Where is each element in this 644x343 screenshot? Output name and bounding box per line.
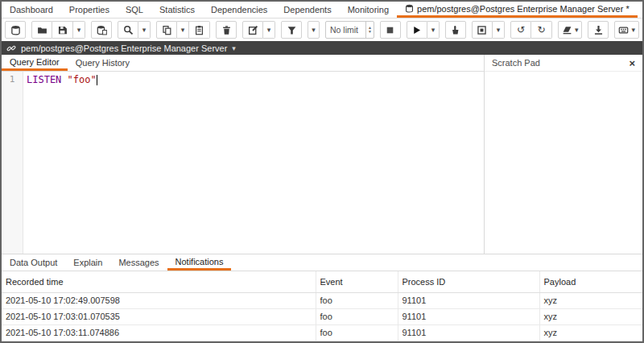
commit-icon: ↺ <box>517 25 525 35</box>
table-row[interactable]: 2021-05-10 17:03:11.074886 foo 91101 xyz <box>2 324 642 341</box>
output-tabs: Data Output Explain Messages Notificatio… <box>2 254 642 271</box>
tab-label: Dashboard <box>10 5 53 14</box>
column-payload[interactable]: Payload <box>539 271 642 292</box>
tab-dashboard[interactable]: Dashboard <box>2 2 61 18</box>
database-save-icon <box>97 25 107 35</box>
tab-query-tool-other[interactable]: pem/postgres... <box>638 2 644 18</box>
cancel-query-button[interactable] <box>380 21 401 39</box>
row-limit-select[interactable]: No limit ▲▼ <box>325 21 374 39</box>
copy-button[interactable] <box>156 21 177 39</box>
copy-icon <box>162 25 172 35</box>
table-row[interactable]: 2021-05-10 17:02:49.007598 foo 91101 xyz <box>2 292 642 308</box>
explain-analyze-button[interactable] <box>472 21 493 39</box>
spinner-icon[interactable]: ▲▼ <box>365 22 374 38</box>
cell-process-id: 91101 <box>398 308 539 324</box>
column-event[interactable]: Event <box>316 271 398 292</box>
save-data-changes-button[interactable] <box>91 21 112 39</box>
tab-messages[interactable]: Messages <box>110 254 167 271</box>
filter-button[interactable] <box>281 21 302 39</box>
edit-options-button[interactable]: ▾ <box>263 21 275 39</box>
folder-open-icon <box>37 25 47 35</box>
cell-process-id: 91101 <box>398 324 539 341</box>
sql-editor[interactable]: 1 LISTEN "foo" <box>2 72 484 254</box>
download-button[interactable] <box>588 21 609 39</box>
cell-recorded-time: 2021-05-10 17:03:11.074886 <box>2 324 316 341</box>
stop-icon <box>385 25 395 35</box>
execute-button[interactable] <box>407 21 427 39</box>
paste-button[interactable] <box>189 21 210 39</box>
save-icon <box>57 25 68 35</box>
tab-explain[interactable]: Explain <box>65 254 110 271</box>
macro-icon <box>618 25 629 35</box>
explain-analyze-icon <box>477 25 487 35</box>
tab-monitoring[interactable]: Monitoring <box>340 2 397 18</box>
table-header-row: Recorded time Event Process ID Payload <box>2 271 642 292</box>
tab-label: Statistics <box>159 5 195 14</box>
tab-query-history[interactable]: Query History <box>68 55 138 71</box>
macro-button[interactable]: ▾ <box>614 21 639 39</box>
clear-button[interactable]: ▾ <box>558 21 583 39</box>
tab-sql[interactable]: SQL <box>118 2 151 18</box>
editor-tabs: Query Editor Query History <box>2 55 484 72</box>
cell-event: foo <box>316 308 398 324</box>
play-icon <box>411 25 422 35</box>
tab-label: SQL <box>126 5 143 14</box>
cell-event: foo <box>316 324 398 341</box>
edit-button[interactable] <box>242 21 263 39</box>
connection-status-bar[interactable]: pem/postgres@Postgres Enterprise Manager… <box>2 41 642 55</box>
database-icon <box>10 25 21 35</box>
row-limit-value: No limit <box>326 25 365 35</box>
copy-options-button[interactable]: ▾ <box>177 21 189 39</box>
cell-event: foo <box>316 292 398 308</box>
tab-properties[interactable]: Properties <box>61 2 118 18</box>
tab-label: Properties <box>69 5 109 14</box>
output-panel: Data Output Explain Messages Notificatio… <box>2 254 642 341</box>
scratch-pad-title: Scratch Pad <box>492 58 540 68</box>
line-number: 1 <box>10 74 15 85</box>
editor-panel: Query Editor Query History 1 LISTEN "foo… <box>2 55 485 254</box>
cell-payload: xyz <box>539 292 642 308</box>
tab-dependents[interactable]: Dependents <box>275 2 339 18</box>
open-file-button[interactable] <box>31 21 52 39</box>
explain-options-button[interactable]: ▾ <box>493 21 505 39</box>
explain-button[interactable] <box>445 21 466 39</box>
code-area[interactable]: LISTEN "foo" <box>23 72 484 254</box>
database-icon <box>405 4 414 13</box>
search-icon <box>123 25 134 35</box>
rollback-button[interactable]: ↻ <box>531 21 552 39</box>
tab-dependencies[interactable]: Dependencies <box>203 2 275 18</box>
scratch-pad-panel: Scratch Pad × <box>485 55 642 254</box>
line-number-gutter: 1 <box>2 72 23 254</box>
table-row[interactable]: 2021-05-10 17:03:01.070535 foo 91101 xyz <box>2 308 642 324</box>
cell-process-id: 91101 <box>398 292 539 308</box>
tab-statistics[interactable]: Statistics <box>151 2 203 18</box>
query-tool-button[interactable] <box>5 21 26 39</box>
sql-keyword: LISTEN <box>27 74 61 85</box>
column-recorded-time[interactable]: Recorded time <box>2 271 316 292</box>
find-options-button[interactable]: ▾ <box>138 21 151 39</box>
save-options-button[interactable]: ▾ <box>73 21 85 39</box>
connection-label: pem/postgres@Postgres Enterprise Manager… <box>21 43 227 53</box>
tab-query-editor[interactable]: Query Editor <box>2 55 68 71</box>
tab-notifications[interactable]: Notifications <box>167 254 232 271</box>
scratch-pad-editor[interactable] <box>485 72 642 254</box>
filter-icon <box>287 25 297 35</box>
commit-button[interactable]: ↺ <box>510 21 531 39</box>
filter-options-button[interactable]: ▾ <box>308 21 320 39</box>
main-tab-bar: Dashboard Properties SQL Statistics Depe… <box>2 2 642 19</box>
cell-payload: xyz <box>539 324 642 341</box>
execute-options-button[interactable]: ▾ <box>427 21 440 39</box>
tab-data-output[interactable]: Data Output <box>2 254 65 271</box>
close-icon[interactable]: × <box>629 57 635 69</box>
sql-string: "foo" <box>68 74 97 85</box>
column-process-id[interactable]: Process ID <box>398 271 539 292</box>
download-icon <box>593 25 604 35</box>
save-button[interactable] <box>52 21 73 39</box>
tab-query-tool-active[interactable]: pem/postgres@Postgres Enterprise Manager… <box>397 2 638 18</box>
trash-icon <box>221 25 232 35</box>
query-toolbar: ▾ ▾ ▾ <box>2 19 642 41</box>
find-button[interactable] <box>118 21 138 39</box>
query-tool-window: Dashboard Properties SQL Statistics Depe… <box>0 0 644 343</box>
hand-pointer-icon <box>450 25 460 35</box>
delete-button[interactable] <box>216 21 237 39</box>
